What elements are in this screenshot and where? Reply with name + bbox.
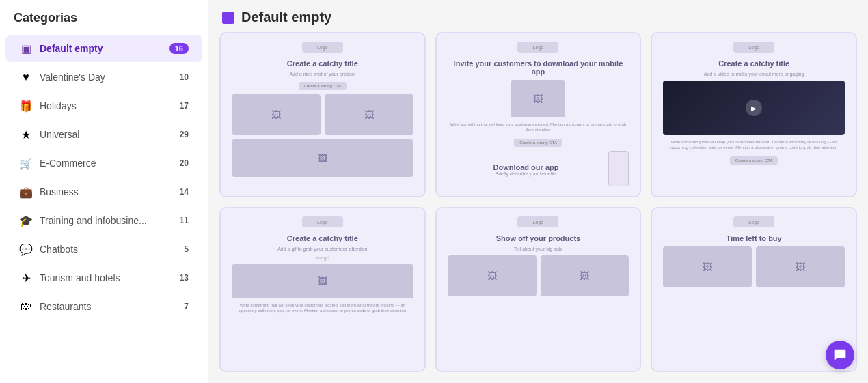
- business-icon: 💼: [19, 185, 33, 199]
- sidebar-count-chatbots: 5: [184, 244, 189, 254]
- sidebar-item-restaurants[interactable]: 🍽Restaurants7: [5, 293, 202, 320]
- template-preview: LogoCreate a catchy titleAdd a video to …: [652, 33, 856, 197]
- preview-body: Write something that will keep your cust…: [448, 122, 629, 133]
- countdown-images: 🖼🖼: [663, 246, 845, 287]
- sidebar-count-business: 14: [180, 187, 189, 197]
- main-content: Default empty LogoCreate a catchy titleA…: [208, 0, 868, 383]
- sidebar-label-ecommerce: E-Commerce: [40, 158, 173, 169]
- download-subtitle: Briefly describe your benefits: [448, 171, 605, 176]
- preview-sub-text: Add a gif to grab your customers' attent…: [277, 246, 367, 251]
- template-preview: LogoCreate a catchy titleAdd a gif to gr…: [221, 208, 424, 372]
- preview-title-text: Create a catchy title: [287, 234, 358, 242]
- image-placeholder: 🖼: [232, 139, 413, 177]
- image-placeholder: 🖼: [232, 264, 413, 298]
- preview-sub-text: Tell about your big sale: [514, 246, 563, 251]
- template-card-t3[interactable]: LogoCreate a catchy titleAdd a video to …: [651, 32, 857, 197]
- sidebar-label-holidays: Holidays: [40, 100, 173, 111]
- play-button: ▶: [746, 100, 762, 116]
- image-placeholder: 🖼: [511, 80, 565, 117]
- sidebar-label-business: Business: [40, 186, 173, 197]
- sidebar-item-chatbots[interactable]: 💬Chatbots5: [5, 236, 202, 263]
- chatbots-icon: 💬: [19, 242, 33, 256]
- sidebar-item-holidays[interactable]: 🎁Holidays17: [5, 92, 202, 119]
- template-card-t5[interactable]: LogoShow off your productsTell about you…: [435, 207, 642, 372]
- preview-cta-btn: Create a strong CTA: [730, 156, 778, 165]
- sidebar-item-business[interactable]: 💼Business14: [5, 178, 202, 205]
- preview-body: Write something that will keep your cust…: [663, 139, 845, 151]
- templates-grid: LogoCreate a catchy titleAdd a nice shot…: [208, 32, 868, 383]
- preview-sub-text: Add a video to make your email more enga…: [704, 72, 804, 76]
- logo-bar: Logo: [302, 216, 343, 227]
- sidebar-item-universal[interactable]: ★Universal29: [5, 121, 202, 148]
- preview-cta-btn: Create a strong CTA: [299, 82, 347, 90]
- image-placeholder: 🖼: [756, 246, 845, 287]
- sidebar-header: Categorias: [0, 0, 208, 33]
- image-placeholder: 🖼: [541, 255, 629, 296]
- preview-sub-text: Add a nice shot of your product: [289, 72, 355, 76]
- download-row: Download our appBriefly describe your be…: [448, 151, 629, 186]
- template-card-t6[interactable]: LogoTime left to buy🖼🖼: [651, 207, 857, 372]
- holidays-icon: 🎁: [19, 99, 33, 113]
- template-card-t4[interactable]: LogoCreate a catchy titleAdd a gif to gr…: [219, 207, 426, 372]
- image-label: Image: [316, 255, 329, 260]
- template-card-t1[interactable]: LogoCreate a catchy titleAdd a nice shot…: [219, 32, 426, 197]
- sidebar-count-default-empty: 16: [169, 43, 189, 54]
- template-preview: LogoShow off your productsTell about you…: [437, 208, 640, 372]
- valentines-day-icon: ♥: [19, 70, 33, 84]
- logo-bar: Logo: [517, 42, 558, 53]
- sidebar-label-restaurants: Restaurants: [40, 301, 177, 312]
- preview-title-text: Show off your products: [496, 234, 580, 242]
- logo-bar: Logo: [733, 42, 774, 53]
- logo-bar: Logo: [517, 216, 558, 227]
- sidebar-label-universal: Universal: [40, 129, 173, 140]
- template-preview: LogoInvite your customers to download yo…: [437, 33, 640, 197]
- logo-bar: Logo: [302, 42, 343, 53]
- image-placeholder: 🖼: [663, 246, 752, 287]
- preview-body: Write something that will keep your cust…: [232, 302, 413, 314]
- preview-title-text: Create a catchy title: [718, 59, 789, 68]
- ecommerce-icon: 🛒: [19, 156, 33, 170]
- template-card-t2[interactable]: LogoInvite your customers to download yo…: [435, 32, 642, 197]
- sidebar-item-default-empty[interactable]: ▣Default empty16: [5, 35, 202, 62]
- sidebar-count-valentines-day: 10: [180, 72, 189, 82]
- default-empty-icon: ▣: [19, 42, 33, 55]
- product-images: 🖼🖼: [448, 255, 629, 296]
- video-placeholder: ▶: [663, 81, 845, 135]
- sidebar-item-valentines-day[interactable]: ♥Valentine's Day10: [5, 63, 202, 91]
- two-col-images: 🖼🖼: [232, 94, 413, 135]
- preview-title-text: Time left to buy: [727, 234, 782, 242]
- sidebar-label-valentines-day: Valentine's Day: [40, 72, 173, 83]
- preview-cta-btn: Create a strong CTA: [514, 139, 562, 147]
- tourism-icon: ✈: [19, 271, 33, 285]
- download-title: Download our app: [448, 163, 605, 171]
- image-placeholder: 🖼: [325, 94, 413, 135]
- header-icon: [222, 12, 234, 24]
- restaurants-icon: 🍽: [19, 300, 33, 313]
- template-preview: LogoCreate a catchy titleAdd a nice shot…: [221, 33, 424, 197]
- phone-mockup: [608, 151, 629, 186]
- sidebar-scroll: ▣Default empty16♥Valentine's Day10🎁Holid…: [0, 33, 208, 383]
- sidebar-label-chatbots: Chatbots: [40, 244, 177, 255]
- sidebar-count-restaurants: 7: [184, 302, 189, 311]
- sidebar-count-universal: 29: [180, 130, 189, 139]
- sidebar: Categorias ▣Default empty16♥Valentine's …: [0, 0, 208, 383]
- main-header-title: Default empty: [241, 10, 331, 25]
- image-placeholder: 🖼: [448, 255, 537, 296]
- training-icon: 🎓: [19, 214, 33, 227]
- sidebar-count-ecommerce: 20: [180, 158, 189, 168]
- sidebar-count-tourism: 13: [180, 273, 189, 283]
- sidebar-item-training[interactable]: 🎓Training and infobusine...11: [5, 207, 202, 234]
- sidebar-label-default-empty: Default empty: [40, 43, 163, 54]
- sidebar-item-ecommerce[interactable]: 🛒E-Commerce20: [5, 150, 202, 177]
- logo-bar: Logo: [733, 216, 774, 227]
- sidebar-count-training: 11: [180, 216, 189, 225]
- sidebar-item-tourism[interactable]: ✈Tourism and hotels13: [5, 264, 202, 292]
- chat-bubble[interactable]: [826, 341, 854, 369]
- sidebar-label-training: Training and infobusine...: [40, 215, 173, 226]
- image-placeholder: 🖼: [232, 94, 321, 135]
- preview-title-text: Create a catchy title: [287, 59, 358, 68]
- preview-title-text: Invite your customers to download your m…: [448, 59, 629, 76]
- download-text: Download our appBriefly describe your be…: [448, 160, 605, 176]
- sidebar-label-tourism: Tourism and hotels: [40, 272, 173, 283]
- main-header: Default empty: [208, 0, 868, 32]
